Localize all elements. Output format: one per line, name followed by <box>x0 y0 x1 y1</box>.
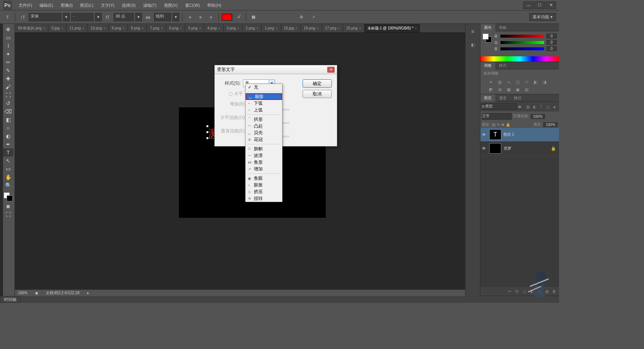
menu-help[interactable]: 帮助(H) <box>203 0 225 10</box>
pen-tool[interactable]: ✒ <box>3 140 13 148</box>
blend-mode[interactable]: 正常 <box>482 113 512 120</box>
shape-tool[interactable]: ▭ <box>3 165 13 173</box>
text-color-swatch[interactable] <box>222 14 232 21</box>
doc-tab[interactable]: 18.png× <box>301 24 322 33</box>
doc-tab[interactable]: 11.png× <box>66 24 88 33</box>
close-icon[interactable]: × <box>180 26 182 30</box>
doc-tab[interactable]: 3.png× <box>224 24 243 33</box>
adj-hue-icon[interactable]: ◧ <box>532 79 539 85</box>
doc-tab[interactable]: 8.png× <box>128 24 147 33</box>
quickmask-tool[interactable]: ◙ <box>3 202 13 210</box>
doc-tab[interactable]: 0.jpg× <box>48 24 66 33</box>
marquee-tool[interactable]: ▭ <box>3 34 13 42</box>
close-icon[interactable]: × <box>142 26 143 30</box>
close-icon[interactable]: × <box>296 26 297 30</box>
doc-tab[interactable]: 9.png× <box>109 24 128 33</box>
dropdown-item[interactable]: ◇挤压 <box>246 188 282 195</box>
doc-tab[interactable]: 4.png× <box>204 24 223 33</box>
doc-tab[interactable]: 15.jpg× <box>281 24 301 33</box>
close-icon[interactable]: × <box>123 26 124 30</box>
fill-value[interactable]: 100% <box>543 122 558 127</box>
dialog-titlebar[interactable]: 变形文字 ✕ <box>215 65 337 74</box>
eyedropper-tool[interactable]: ✎ <box>3 66 13 75</box>
eraser-tool[interactable]: ⌫ <box>3 107 13 116</box>
tab-color[interactable]: 颜色 <box>480 24 495 31</box>
history-brush-tool[interactable]: ↺ <box>3 99 13 107</box>
screenmode-tool[interactable]: ⛶ <box>3 210 13 218</box>
tab-layers[interactable]: 图层 <box>480 94 495 102</box>
r-value[interactable]: 0 <box>546 34 557 38</box>
lock-move-icon[interactable]: ✥ <box>501 123 504 127</box>
b-slider[interactable] <box>501 47 544 50</box>
tab-channels[interactable]: 通道 <box>495 94 510 102</box>
dropdown-item[interactable]: ♔花冠 <box>246 136 282 143</box>
font-family-select[interactable]: 宋体 <box>29 13 61 21</box>
dropdown-item[interactable]: ⋈鱼形 <box>246 159 282 166</box>
dropdown-item[interactable]: ⚐旗帜 <box>246 145 282 152</box>
close-icon[interactable]: × <box>237 26 239 30</box>
adj-exposure-icon[interactable]: ◫ <box>514 79 521 85</box>
heal-tool[interactable]: ✚ <box>3 75 13 83</box>
window-close[interactable]: ✕ <box>546 1 556 9</box>
close-icon[interactable]: × <box>256 26 258 30</box>
zoom-icon[interactable]: ◉ <box>35 291 38 295</box>
filter-type-icon[interactable]: T <box>538 104 544 110</box>
aa-select[interactable]: 锐利 <box>154 13 171 21</box>
opacity-value[interactable]: 100% <box>531 114 545 119</box>
dialog-close[interactable]: ✕ <box>327 67 335 73</box>
crop-tool[interactable]: ✂ <box>3 58 13 66</box>
filter-adjust-icon[interactable]: ◐ <box>531 104 537 110</box>
workspace-switcher[interactable]: 基本功能▾ <box>529 13 556 21</box>
cancel-button[interactable]: 取消 <box>303 90 332 98</box>
adj-channel-mixer-icon[interactable]: ⊞ <box>496 87 503 92</box>
r-slider[interactable] <box>501 35 544 38</box>
font-style-select[interactable]: - <box>71 13 94 21</box>
g-slider[interactable] <box>501 41 544 44</box>
move-tool[interactable]: ✥ <box>3 25 13 34</box>
menu-filter[interactable]: 滤镜(T) <box>139 0 160 10</box>
doc-tab[interactable]: 17.png× <box>322 24 343 33</box>
dodge-tool[interactable]: ◐ <box>3 132 13 140</box>
menu-image[interactable]: 图像(I) <box>57 0 76 10</box>
align-center-icon[interactable]: ≡ <box>196 13 205 22</box>
close-icon[interactable]: × <box>275 26 277 30</box>
doc-tab[interactable]: 99-恢复的.png× <box>15 24 48 33</box>
layer-name[interactable]: 背景 <box>503 146 511 151</box>
visibility-icon[interactable]: 👁 <box>482 132 487 137</box>
gradient-tool[interactable]: ◧ <box>3 116 13 124</box>
adj-brightness-icon[interactable]: ☀ <box>487 79 495 85</box>
font-style-dropdown[interactable]: ▾ <box>95 13 102 21</box>
close-icon[interactable]: × <box>161 26 162 30</box>
tool-preset-icon[interactable]: T <box>3 13 12 22</box>
aa-dropdown[interactable]: ▾ <box>173 13 179 21</box>
zoom-level[interactable]: 100% <box>18 291 28 295</box>
doc-tab[interactable]: 16.png× <box>343 24 364 33</box>
dropdown-item[interactable]: ◡扇形 <box>246 93 282 100</box>
dropdown-item[interactable]: ✓无 <box>246 84 282 91</box>
layer-row[interactable]: 👁 T 图层 1 <box>480 128 559 142</box>
adj-lookup-icon[interactable]: ▦ <box>505 87 512 92</box>
tab-adjustments[interactable]: 调整 <box>480 62 495 69</box>
adj-levels-icon[interactable]: ▥ <box>496 79 503 85</box>
stamp-tool[interactable]: ⛶ <box>3 91 13 99</box>
font-family-dropdown[interactable]: ▾ <box>63 13 70 21</box>
align-right-icon[interactable]: ≡ <box>206 13 215 22</box>
menu-select[interactable]: 选择(S) <box>118 0 139 10</box>
filter-shape-icon[interactable]: ◻ <box>545 104 551 110</box>
layer-kind-filter[interactable]: ρ 类型 <box>482 103 517 110</box>
blur-tool[interactable]: ○ <box>3 124 13 132</box>
dropdown-item[interactable]: ⌢上弧 <box>246 107 282 113</box>
doc-tab[interactable]: 10.png× <box>88 24 109 33</box>
close-icon[interactable]: × <box>317 26 319 30</box>
zoom-tool[interactable]: 🔍 <box>3 181 13 189</box>
font-size-select[interactable]: 30 点 <box>114 13 134 21</box>
align-left-icon[interactable]: ≡ <box>186 13 195 22</box>
menu-view[interactable]: 视图(V) <box>160 0 181 10</box>
menu-type[interactable]: 文字(Y) <box>97 0 119 10</box>
b-value[interactable]: 0 <box>546 46 557 51</box>
dropdown-item[interactable]: ◉鱼眼 <box>246 175 282 182</box>
link-layers-icon[interactable]: ⚯ <box>506 288 513 294</box>
commit-edit-icon[interactable]: ✓ <box>309 13 318 22</box>
lock-pixels-icon[interactable]: ▤ <box>492 123 495 127</box>
layer-row[interactable]: 👁 背景 🔒 <box>480 142 559 155</box>
